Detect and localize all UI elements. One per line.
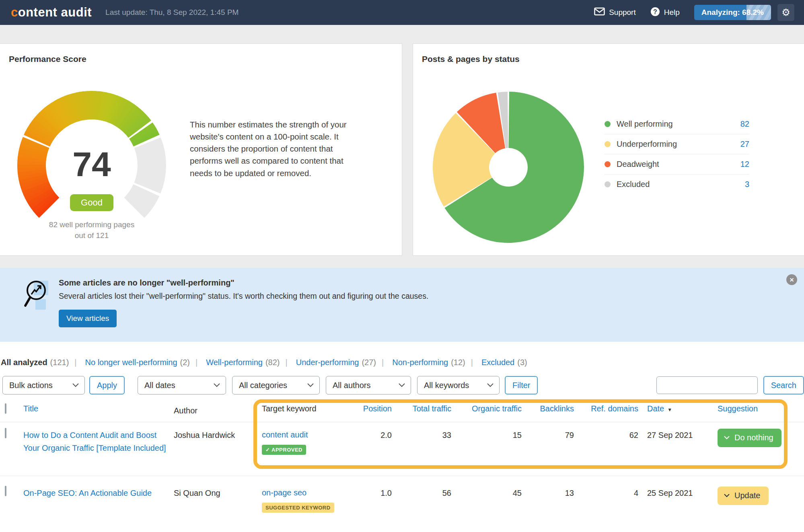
- gauge-rating-badge: Good: [70, 194, 113, 211]
- filter-button[interactable]: Filter: [505, 376, 538, 394]
- tab-all-analyzed[interactable]: All analyzed(121): [1, 358, 69, 367]
- tab-no-longer-well-performing[interactable]: No longer well-performing(2): [69, 358, 190, 367]
- logo-rest: ontent audit: [18, 5, 92, 19]
- analyzing-progress-button[interactable]: Analyzing: 68.2%: [694, 5, 771, 20]
- suggestion-do-nothing-button[interactable]: Do nothing: [718, 429, 781, 447]
- status-panel: Posts & pages by status Well performing …: [413, 43, 804, 256]
- column-header-date[interactable]: Date: [647, 404, 664, 413]
- column-header-backlinks[interactable]: Backlinks: [540, 404, 574, 413]
- column-header-title[interactable]: Title: [23, 404, 38, 413]
- logo-first-letter: c: [11, 5, 18, 19]
- legend-label: Deadweight: [617, 160, 740, 169]
- view-articles-button[interactable]: View articles: [59, 310, 117, 327]
- app-logo: content audit: [11, 5, 92, 20]
- column-header-position[interactable]: Position: [363, 404, 392, 413]
- chevron-down-icon: [399, 383, 405, 387]
- article-title-link[interactable]: How to Do a Content Audit and Boost Your…: [23, 429, 171, 454]
- target-keyword-link[interactable]: on-page seo: [262, 488, 306, 497]
- banner-title: Some articles are no longer "well-perfor…: [59, 278, 428, 288]
- gauge-score-value: 74: [7, 147, 176, 181]
- legend-value[interactable]: 27: [740, 140, 749, 149]
- total-traffic-value: 33: [392, 429, 451, 442]
- suggestion-update-button[interactable]: Update: [718, 487, 769, 505]
- approved-badge: ✓ APPROVED: [262, 445, 306, 455]
- bulk-actions-select[interactable]: Bulk actions: [2, 376, 85, 394]
- column-header-total-traffic[interactable]: Total traffic: [413, 404, 451, 413]
- legend-row-well-performing[interactable]: Well performing 82: [605, 114, 749, 134]
- all-authors-select[interactable]: All authors: [326, 376, 411, 394]
- support-button[interactable]: Support: [594, 7, 636, 18]
- legend-label: Well performing: [617, 119, 740, 129]
- gear-icon: ⚙: [781, 7, 790, 18]
- help-icon: ?: [650, 7, 660, 18]
- organic-traffic-value: 45: [451, 487, 522, 499]
- performance-description: This number estimates the strength of yo…: [185, 69, 402, 258]
- settings-button[interactable]: ⚙: [777, 4, 794, 21]
- table-row: On-Page SEO: An Actionable Guide Si Quan…: [0, 476, 804, 532]
- well-performing-dot-icon: [605, 121, 611, 127]
- excluded-dot-icon: [605, 181, 611, 187]
- sort-desc-icon: ▼: [667, 407, 672, 413]
- last-update-text: Last update: Thu, 8 Sep 2022, 1:45 PM: [105, 8, 239, 17]
- search-input[interactable]: [656, 376, 758, 394]
- help-label: Help: [664, 8, 680, 17]
- column-header-organic-traffic[interactable]: Organic traffic: [472, 404, 522, 413]
- ref-domains-value: 62: [574, 429, 638, 442]
- help-button[interactable]: ? Help: [650, 7, 680, 18]
- legend-value[interactable]: 82: [740, 119, 749, 129]
- column-header-author: Author: [171, 404, 261, 417]
- column-header-suggestion[interactable]: Suggestion: [718, 404, 758, 413]
- performance-score-panel: Performance Score 74 Good 82 well perfor…: [0, 43, 402, 256]
- all-categories-select[interactable]: All categories: [232, 376, 320, 394]
- position-value: 2.0: [356, 429, 392, 442]
- gauge-caption-line2: out of 121: [7, 230, 176, 241]
- all-dates-select[interactable]: All dates: [138, 376, 226, 394]
- banner-body: Several articles lost their "well-perfor…: [59, 292, 428, 301]
- tab-excluded[interactable]: Excluded(3): [465, 358, 527, 367]
- legend-label: Underperforming: [617, 140, 740, 149]
- legend-row-deadweight[interactable]: Deadweight 12: [605, 154, 749, 175]
- column-header-target-keyword: Target keyword: [261, 404, 356, 413]
- notification-banner: Some articles are no longer "well-perfor…: [0, 268, 804, 342]
- magnifier-trend-icon: [23, 278, 59, 327]
- all-keywords-select[interactable]: All keywords: [417, 376, 500, 394]
- tab-non-performing[interactable]: Non-performing(12): [376, 358, 465, 367]
- legend-row-excluded[interactable]: Excluded 3: [605, 175, 749, 194]
- gauge-caption-line1: 82 well performing pages: [7, 220, 176, 230]
- position-value: 1.0: [356, 487, 392, 499]
- article-title-link[interactable]: On-Page SEO: An Actionable Guide: [23, 487, 152, 499]
- status-legend: Well performing 82 Underperforming 27 De…: [605, 114, 749, 246]
- chevron-down-icon: [724, 436, 730, 440]
- row-checkbox[interactable]: [5, 486, 6, 496]
- backlinks-value: 13: [522, 487, 574, 499]
- table-header-row: Title Author Target keyword Position Tot…: [0, 402, 804, 422]
- suggested-keyword-badge: SUGGESTED KEYWORD: [262, 503, 334, 513]
- column-header-ref-domains[interactable]: Ref. domains: [591, 404, 638, 413]
- search-button[interactable]: Search: [763, 376, 804, 394]
- legend-label: Excluded: [617, 180, 745, 189]
- table-toolbar: Bulk actions Apply All dates All categor…: [0, 376, 804, 394]
- analyzing-label: Analyzing: 68.2%: [701, 8, 764, 17]
- target-keyword-link[interactable]: content audit: [262, 430, 308, 439]
- deadweight-dot-icon: [605, 161, 611, 167]
- navbar: content audit Last update: Thu, 8 Sep 20…: [0, 0, 804, 25]
- articles-table: Title Author Target keyword Position Tot…: [0, 402, 804, 532]
- status-filter-tabs: All analyzed(121) No longer well-perform…: [0, 358, 804, 367]
- tab-well-performing[interactable]: Well-performing(82): [190, 358, 280, 367]
- envelope-icon: [594, 7, 605, 18]
- banner-close-button[interactable]: ✕: [786, 274, 797, 285]
- legend-row-underperforming[interactable]: Underperforming 27: [605, 134, 749, 154]
- chevron-down-icon: [72, 383, 79, 387]
- select-all-checkbox[interactable]: [5, 403, 6, 414]
- date-value: 25 Sep 2021: [638, 487, 709, 499]
- legend-value[interactable]: 12: [740, 160, 749, 169]
- chevron-down-icon: [487, 383, 494, 387]
- tab-under-performing[interactable]: Under-performing(27): [280, 358, 376, 367]
- performance-score-title: Performance Score: [0, 44, 402, 64]
- legend-value[interactable]: 3: [745, 180, 749, 189]
- underperforming-dot-icon: [605, 141, 611, 147]
- apply-button[interactable]: Apply: [89, 376, 125, 394]
- row-checkbox[interactable]: [5, 428, 6, 438]
- article-author: Joshua Hardwick: [171, 429, 261, 442]
- total-traffic-value: 56: [392, 487, 451, 499]
